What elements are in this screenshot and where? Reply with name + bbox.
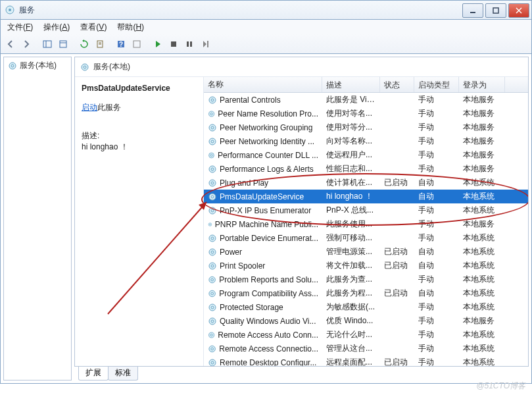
service-startup: 手动 [414, 301, 459, 313]
detail-desc-value: hi longhao ！ [82, 142, 197, 153]
col-status[interactable]: 状态 [380, 77, 414, 92]
gear-icon [8, 61, 17, 70]
service-name: Remote Access Connectio... [219, 344, 318, 354]
service-status: 已启动 [380, 357, 414, 366]
service-row[interactable]: Remote Access Connectio...管理从这台...手动本地系统 [204, 342, 528, 355]
restart-service-button[interactable] [198, 37, 212, 51]
svg-point-59 [210, 334, 212, 336]
service-name: Performance Logs & Alerts [220, 165, 314, 174]
svg-point-33 [210, 154, 212, 156]
tab-standard[interactable]: 标准 [108, 366, 138, 380]
col-desc[interactable]: 描述 [322, 77, 380, 92]
svg-point-29 [211, 126, 214, 129]
service-row[interactable]: PmsDataUpdateServicehi longhao ！自动本地系统 [204, 190, 528, 203]
properties-button[interactable] [56, 37, 70, 51]
gear-icon [208, 137, 217, 146]
service-logon: 本地服务 [459, 219, 505, 230]
bottom-tabs: 扩展 标准 [74, 366, 529, 380]
stop-service-button[interactable] [166, 37, 181, 51]
svg-text:?: ? [119, 41, 123, 48]
service-name: Remote Access Auto Conn... [218, 330, 318, 340]
service-row[interactable]: PNRP Machine Name Publi...此服务使用...手动本地服务 [204, 217, 528, 231]
service-row[interactable]: Peer Networking Grouping使用对等分...手动本地服务 [204, 120, 528, 134]
service-startup: 手动 [414, 232, 459, 244]
service-logon: 本地系统 [459, 343, 505, 354]
nav-back-button[interactable] [3, 37, 18, 51]
tab-extended[interactable]: 扩展 [78, 366, 109, 380]
show-hide-tree-button[interactable] [40, 37, 55, 51]
service-status: 已启动 [380, 288, 414, 299]
svg-point-53 [211, 292, 214, 295]
gear-icon [208, 358, 217, 367]
refresh-button[interactable] [77, 37, 91, 51]
gear-icon [208, 178, 217, 188]
tree-pane[interactable]: 服务(本地) [3, 57, 72, 380]
minimize-button[interactable] [462, 3, 483, 18]
svg-rect-3 [493, 8, 498, 13]
service-status: 已启动 [380, 260, 414, 271]
service-row[interactable]: Problem Reports and Solu...此服务为查...手动本地系… [204, 273, 528, 286]
service-row[interactable]: Peer Networking Identity ...向对等名称...手动本地… [204, 134, 528, 148]
service-row[interactable]: Portable Device Enumerat...强制可移动...手动本地系… [204, 231, 528, 245]
service-row[interactable]: Quality Windows Audio Vi...优质 Windo...手动… [204, 314, 528, 328]
svg-point-45 [211, 237, 214, 240]
column-headers: 名称 描述 状态 启动类型 登录为 [204, 77, 528, 93]
service-startup: 自动 [414, 260, 459, 271]
client-area: 服务(本地) 服务(本地) PmsDataUpdateService 启动此服务… [0, 54, 532, 384]
menu-action[interactable]: 操作(A) [39, 20, 74, 34]
pause-service-button[interactable] [182, 37, 197, 51]
service-row[interactable]: Protected Storage为敏感数据(...手动本地系统 [204, 300, 528, 314]
service-desc: 远程桌面配... [322, 357, 380, 366]
service-name: PnP-X IP Bus Enumerator [220, 206, 311, 215]
close-button[interactable] [508, 3, 529, 18]
service-row[interactable]: PnP-X IP Bus EnumeratorPnP-X 总线...手动本地系统 [204, 203, 528, 217]
svg-point-37 [211, 182, 214, 184]
service-name: Protected Storage [220, 303, 283, 312]
col-logon[interactable]: 登录为 [459, 77, 505, 92]
export-button[interactable] [93, 37, 107, 51]
service-logon: 本地系统 [459, 246, 505, 257]
svg-rect-15 [133, 41, 140, 47]
start-service-link[interactable]: 启动 [82, 103, 97, 112]
service-row[interactable]: Peer Name Resolution Pro...使用对等名...手动本地服… [204, 107, 528, 120]
title-bar: 服务 [0, 0, 532, 20]
service-logon: 本地系统 [459, 205, 505, 216]
service-startup: 手动 [414, 343, 459, 354]
service-row[interactable]: Program Compatibility Ass...此服务为程...已启动自… [204, 286, 528, 300]
svg-point-21 [11, 65, 14, 67]
detail-service-name: PmsDataUpdateService [82, 84, 197, 93]
tree-root[interactable]: 服务(本地) [8, 60, 67, 71]
nav-forward-button[interactable] [19, 37, 34, 51]
service-row[interactable]: Print Spooler将文件加载...已启动自动本地系统 [204, 259, 528, 273]
service-row[interactable]: Remote Access Auto Conn...无论什么时...手动本地系统 [204, 328, 528, 342]
service-logon: 本地系统 [459, 288, 505, 299]
maximize-button[interactable] [485, 3, 506, 18]
service-desc: 无论什么时... [322, 329, 380, 340]
svg-point-51 [211, 278, 214, 281]
gear-icon [208, 95, 217, 105]
service-row[interactable]: Power管理电源策...已启动自动本地系统 [204, 245, 528, 259]
service-row[interactable]: Plug and Play使计算机在...已启动自动本地系统 [204, 176, 528, 190]
service-row[interactable]: Performance Counter DLL ...使远程用户...手动本地服… [204, 148, 528, 162]
menu-bar: 文件(F) 操作(A) 查看(V) 帮助(H) [0, 20, 532, 34]
service-desc: PnP-X 总线... [322, 205, 380, 216]
col-name[interactable]: 名称 [204, 77, 322, 92]
menu-view[interactable]: 查看(V) [76, 20, 110, 34]
menu-file[interactable]: 文件(F) [3, 20, 37, 34]
service-rows[interactable]: Parental Controls此服务是 Vis...手动本地服务Peer N… [204, 93, 528, 366]
properties2-button[interactable] [130, 37, 144, 51]
gear-icon [80, 63, 89, 72]
svg-point-1 [9, 9, 11, 11]
service-name: Parental Controls [220, 95, 281, 105]
start-service-button[interactable] [151, 37, 165, 51]
col-startup[interactable]: 启动类型 [414, 77, 459, 92]
service-row[interactable]: Remote Desktop Configur...远程桌面配...已启动手动本… [204, 355, 528, 366]
service-row[interactable]: Performance Logs & Alerts性能日志和...手动本地服务 [204, 162, 528, 176]
service-row[interactable]: Parental Controls此服务是 Vis...手动本地服务 [204, 93, 528, 107]
service-startup: 手动 [414, 205, 459, 216]
service-name: Plug and Play [220, 178, 268, 188]
help-button[interactable]: ? [114, 37, 128, 51]
service-list: 名称 描述 状态 启动类型 登录为 Parental Controls此服务是 … [204, 77, 528, 366]
service-startup: 自动 [414, 246, 459, 257]
menu-help[interactable]: 帮助(H) [113, 20, 148, 34]
